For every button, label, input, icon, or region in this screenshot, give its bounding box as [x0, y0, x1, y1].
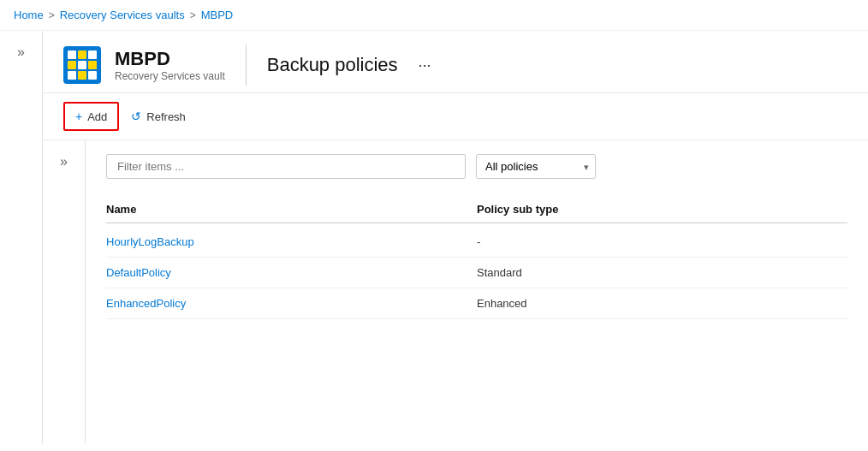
- icon-cell: [88, 50, 97, 59]
- row-subtype-0: -: [477, 235, 847, 248]
- policy-filter-select[interactable]: All policies Standard Enhanced: [476, 154, 596, 179]
- icon-cell: [78, 71, 86, 80]
- page-header: MBPD Recovery Services vault Backup poli…: [43, 31, 868, 93]
- vault-subtitle: Recovery Services vault: [115, 70, 225, 82]
- add-button[interactable]: + Add: [67, 105, 116, 128]
- toolbar: + Add ↺ Refresh: [43, 93, 868, 140]
- breadcrumb-sep1: >: [49, 9, 55, 21]
- sidebar-toggle-secondary[interactable]: »: [56, 151, 71, 173]
- plus-icon: +: [75, 110, 82, 123]
- icon-cell: [88, 71, 97, 80]
- icon-cell: [88, 61, 97, 69]
- filter-row: All policies Standard Enhanced: [106, 154, 847, 179]
- breadcrumb-home[interactable]: Home: [14, 9, 44, 21]
- vault-name: MBPD: [115, 48, 225, 70]
- policy-link-1[interactable]: DefaultPolicy: [106, 266, 171, 279]
- breadcrumb-sep2: >: [190, 9, 196, 21]
- sidebar-left: »: [0, 31, 43, 444]
- refresh-icon: ↺: [131, 110, 141, 123]
- content-area: MBPD Recovery Services vault Backup poli…: [43, 31, 868, 444]
- col-header-name: Name: [106, 203, 477, 216]
- icon-cell: [68, 50, 76, 59]
- more-options-button[interactable]: ···: [419, 56, 431, 74]
- icon-cell: [78, 61, 86, 69]
- icon-cell: [68, 61, 76, 69]
- data-area: All policies Standard Enhanced Name Poli…: [86, 140, 868, 444]
- refresh-label: Refresh: [146, 110, 186, 123]
- refresh-button[interactable]: ↺ Refresh: [122, 105, 194, 128]
- header-divider: [246, 45, 247, 86]
- row-name-2: EnhancedPolicy: [106, 297, 477, 310]
- breadcrumb: Home > Recovery Services vaults > MBPD: [0, 0, 868, 31]
- policy-link-0[interactable]: HourlyLogBackup: [106, 235, 194, 248]
- icon-cell: [78, 50, 86, 59]
- row-subtype-2: Enhanced: [477, 297, 847, 310]
- table-row: DefaultPolicy Standard: [106, 258, 847, 288]
- sidebar-secondary: »: [43, 140, 86, 444]
- add-button-highlight: + Add: [63, 102, 119, 131]
- filter-input[interactable]: [106, 154, 466, 179]
- breadcrumb-vault[interactable]: MBPD: [201, 9, 234, 21]
- policy-filter-wrapper: All policies Standard Enhanced: [476, 154, 596, 179]
- add-label: Add: [87, 110, 107, 123]
- policies-table: Name Policy sub type HourlyLogBackup - D…: [106, 196, 847, 319]
- page-section-title: Backup policies: [267, 54, 398, 76]
- vault-icon: [63, 46, 101, 84]
- inner-layout: » All policies Standard Enhanced: [43, 140, 868, 444]
- header-title-group: MBPD Recovery Services vault: [115, 48, 225, 82]
- row-subtype-1: Standard: [477, 266, 847, 279]
- breadcrumb-recovery[interactable]: Recovery Services vaults: [60, 9, 185, 21]
- table-header: Name Policy sub type: [106, 196, 847, 223]
- sidebar-toggle-left[interactable]: »: [14, 41, 28, 63]
- policy-link-2[interactable]: EnhancedPolicy: [106, 297, 186, 310]
- row-name-1: DefaultPolicy: [106, 266, 477, 279]
- table-row: HourlyLogBackup -: [106, 227, 847, 258]
- row-name-0: HourlyLogBackup: [106, 235, 477, 248]
- icon-cell: [68, 71, 76, 80]
- col-header-subtype: Policy sub type: [477, 203, 847, 216]
- table-row: EnhancedPolicy Enhanced: [106, 288, 847, 319]
